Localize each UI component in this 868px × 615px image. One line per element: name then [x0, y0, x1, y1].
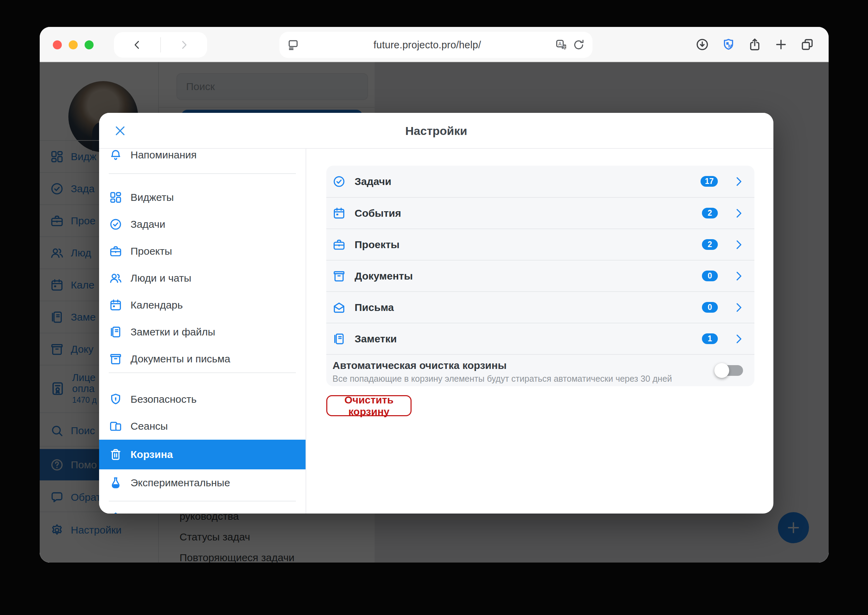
menu-item-label: Документы и письма [130, 353, 230, 365]
menu-divider [109, 173, 296, 174]
menu-item-icon [109, 352, 122, 365]
trash-row-icon [333, 207, 346, 220]
modal-title: Настройки [99, 113, 773, 149]
trash-rows: Задачи 17 События 2 [326, 165, 754, 354]
trash-row-label: Письма [355, 302, 394, 313]
extension-shield-icon[interactable]: M [722, 37, 735, 52]
menu-item-icon [109, 298, 122, 312]
chevron-right-icon [178, 39, 190, 51]
settings-menu-item[interactable]: Виджеты [99, 184, 305, 211]
trash-row-label: Заметки [355, 333, 397, 345]
menu-item-label: Проекты [130, 245, 172, 257]
screen: future.projecto.pro/help/ A文 M [0, 0, 868, 615]
menu-item-label: Виджеты [130, 192, 174, 203]
minimize-window-button[interactable] [69, 41, 78, 49]
settings-menu-item[interactable]: Люди и чаты [99, 265, 305, 292]
settings-menu-item[interactable]: Экспериментальные [99, 469, 305, 496]
menu-item-label: Экспериментальные [130, 477, 230, 489]
trash-row-label: Задачи [355, 176, 391, 187]
settings-menu-item[interactable]: Системные логи [99, 504, 305, 514]
menu-item-label: Безопасность [130, 393, 197, 405]
trash-row-label: Документы [355, 270, 413, 282]
settings-menu-item[interactable]: Заметки и файлы [99, 318, 305, 345]
toolbar-right-icons: M [695, 27, 814, 62]
menu-item-icon [109, 393, 122, 406]
nav-buttons [114, 32, 207, 58]
forward-button[interactable] [161, 32, 207, 58]
tab-overview-icon[interactable] [800, 37, 814, 52]
trash-row-icon [333, 270, 346, 283]
settings-menu-item[interactable]: Безопасность [99, 386, 305, 413]
auto-clean-toggle[interactable] [716, 365, 743, 376]
downloads-icon[interactable] [695, 37, 709, 52]
count-badge: 2 [702, 208, 718, 219]
count-badge: 17 [701, 176, 718, 187]
clear-trash-button[interactable]: Очистить корзину [326, 395, 411, 416]
chevron-right-icon [732, 238, 745, 251]
menu-item-label: Заметки и файлы [130, 326, 215, 338]
menu-item-label: Задачи [130, 219, 166, 230]
settings-menu: Напоминания Виджеты Задачи [99, 149, 306, 514]
menu-item-icon [109, 245, 122, 258]
settings-menu-item[interactable]: Календарь [99, 292, 305, 318]
trash-category-row[interactable]: Заметки 1 [326, 323, 754, 354]
menu-item-label: Напоминания [130, 149, 197, 161]
trash-row-label: События [355, 208, 401, 219]
sidebar-panel-icon[interactable] [287, 39, 299, 51]
menu-divider [109, 372, 296, 373]
close-window-button[interactable] [53, 41, 62, 49]
trash-category-row[interactable]: Письма 0 [326, 291, 754, 323]
menu-item-label: Люди и чаты [130, 272, 191, 284]
count-badge: 0 [702, 302, 718, 313]
svg-text:M: M [728, 44, 732, 48]
count-badge: 0 [702, 270, 718, 281]
trash-category-row[interactable]: Проекты 2 [326, 228, 754, 260]
translate-icon[interactable]: A文 [555, 39, 568, 51]
address-bar[interactable]: future.projecto.pro/help/ A文 [279, 32, 593, 58]
menu-divider [109, 501, 296, 501]
browser-window: future.projecto.pro/help/ A文 M [40, 27, 829, 562]
trash-category-row[interactable]: Задачи 17 [326, 165, 754, 197]
settings-menu-item[interactable]: Задачи [99, 211, 305, 238]
browser-toolbar: future.projecto.pro/help/ A文 M [40, 27, 829, 62]
settings-menu-item[interactable]: Корзина [99, 440, 305, 469]
count-badge: 1 [702, 333, 718, 344]
settings-menu-group-2: Безопасность Сеансы Корзина Эксперимента… [99, 386, 305, 496]
trash-row-icon [333, 301, 346, 314]
auto-clean-subtitle: Все попадающие в корзину элементы будут … [333, 374, 672, 384]
settings-menu-item[interactable]: Документы и письма [99, 345, 305, 372]
trash-row-label: Проекты [355, 239, 399, 251]
back-button[interactable] [114, 32, 160, 58]
menu-item-icon [109, 476, 122, 489]
count-badge: 2 [702, 239, 718, 250]
settings-menu-item-reminders[interactable]: Напоминания [99, 149, 305, 168]
trash-row-icon [333, 238, 346, 251]
settings-menu-group-3: Системные логи [99, 504, 305, 514]
settings-menu-item[interactable]: Проекты [99, 238, 305, 265]
zoom-window-button[interactable] [84, 41, 94, 49]
svg-text:文: 文 [563, 45, 566, 49]
share-icon[interactable] [748, 37, 762, 52]
menu-item-icon [109, 191, 122, 204]
settings-menu-group-1: Виджеты Задачи Проекты Люди и чаты [99, 184, 305, 372]
menu-item-label: Корзина [130, 449, 173, 460]
chevron-right-icon [732, 175, 745, 188]
settings-modal: Настройки Напоминания Виджеты [99, 113, 773, 514]
trash-settings-pane: Задачи 17 События 2 [307, 149, 773, 514]
menu-item-label: Сеансы [130, 420, 168, 432]
chevron-right-icon [732, 332, 745, 345]
bell-icon [109, 149, 122, 162]
settings-menu-item[interactable]: Сеансы [99, 413, 305, 440]
new-tab-icon[interactable] [774, 37, 788, 52]
trash-category-row[interactable]: События 2 [326, 197, 754, 228]
menu-item-icon [109, 218, 122, 231]
chevron-left-icon [131, 39, 143, 51]
reload-icon[interactable] [572, 39, 585, 51]
menu-item-label: Системные логи [130, 512, 210, 514]
url-text[interactable]: future.projecto.pro/help/ [299, 39, 555, 51]
menu-item-icon [109, 325, 122, 339]
chevron-right-icon [732, 301, 745, 314]
menu-item-label: Календарь [130, 299, 183, 311]
trash-category-row[interactable]: Документы 0 [326, 260, 754, 291]
menu-item-icon [109, 511, 122, 514]
